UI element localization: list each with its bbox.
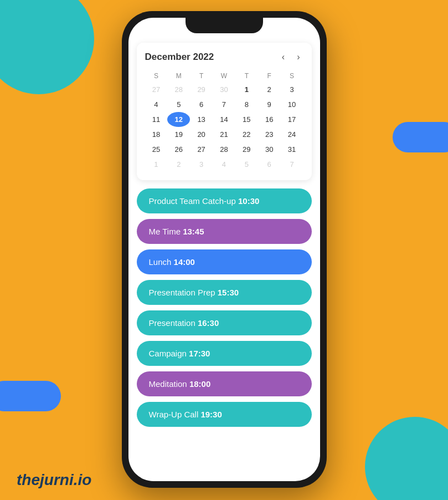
calendar-day-cell[interactable]: 22 xyxy=(235,127,258,142)
calendar-day-cell[interactable]: 11 xyxy=(145,112,168,127)
calendar-day-cell[interactable]: 2 xyxy=(167,157,190,172)
calendar-header: December 2022 ‹ › xyxy=(145,51,303,63)
calendar-day-cell[interactable]: 7 xyxy=(213,97,235,112)
bg-decoration-blue-right xyxy=(393,122,448,152)
calendar-day-cell[interactable]: 23 xyxy=(258,127,281,142)
calendar-day-cell[interactable]: 7 xyxy=(281,157,303,172)
calendar-day-cell[interactable]: 14 xyxy=(213,112,235,127)
calendar-day-cell[interactable]: 17 xyxy=(281,112,303,127)
calendar-day-cell[interactable]: 12 xyxy=(167,112,190,127)
events-list: Product Team Catch-up 10:30Me Time 13:45… xyxy=(128,188,320,438)
event-time: 13:45 xyxy=(183,227,204,236)
calendar-day-cell[interactable]: 19 xyxy=(167,127,190,142)
calendar-day-cell[interactable]: 4 xyxy=(213,157,235,172)
bg-decoration-teal-top-left xyxy=(0,0,94,94)
calendar-day-cell[interactable]: 20 xyxy=(190,127,213,142)
phone-screen: December 2022 ‹ › SMTWTFS 27282930123456… xyxy=(128,18,320,481)
event-item[interactable]: Lunch 14:00 xyxy=(137,249,312,274)
calendar-day-cell[interactable]: 6 xyxy=(258,157,281,172)
calendar-day-cell[interactable]: 30 xyxy=(258,142,281,157)
calendar-day-cell[interactable]: 21 xyxy=(213,127,235,142)
calendar-day-cell[interactable]: 25 xyxy=(145,142,168,157)
phone-outer-shell: December 2022 ‹ › SMTWTFS 27282930123456… xyxy=(122,11,327,488)
calendar-month-title: December 2022 xyxy=(145,52,214,63)
calendar-day-cell[interactable]: 16 xyxy=(258,112,281,127)
calendar-day-cell[interactable]: 5 xyxy=(235,157,258,172)
calendar-day-cell[interactable]: 13 xyxy=(190,112,213,127)
event-time: 19:30 xyxy=(200,410,222,419)
phone-notch xyxy=(186,18,263,33)
calendar-grid: SMTWTFS 27282930123456789101112131415161… xyxy=(145,70,303,172)
calendar-day-header: T xyxy=(190,70,213,82)
calendar-day-cell[interactable]: 8 xyxy=(235,97,258,112)
calendar-day-cell[interactable]: 1 xyxy=(145,157,168,172)
calendar-day-header: S xyxy=(145,70,168,82)
event-item[interactable]: Meditation 18:00 xyxy=(137,371,312,396)
calendar-day-cell[interactable]: 31 xyxy=(281,142,303,157)
bg-decoration-teal-bottom-right xyxy=(365,417,448,500)
calendar-day-cell[interactable]: 10 xyxy=(281,97,303,112)
calendar-day-header: W xyxy=(213,70,235,82)
event-time: 14:00 xyxy=(174,257,195,267)
calendar-next-button[interactable]: › xyxy=(293,51,303,63)
event-time: 16:30 xyxy=(198,318,219,328)
calendar-day-cell[interactable]: 6 xyxy=(190,97,213,112)
calendar-day-cell[interactable]: 15 xyxy=(235,112,258,127)
event-time: 15:30 xyxy=(218,288,239,297)
calendar-day-cell[interactable]: 30 xyxy=(213,82,235,97)
calendar-day-cell[interactable]: 1 xyxy=(235,82,258,97)
brand-name: thejurni.io xyxy=(17,471,91,489)
calendar-day-cell[interactable]: 26 xyxy=(167,142,190,157)
calendar-day-header: F xyxy=(258,70,281,82)
calendar-navigation: ‹ › xyxy=(279,51,303,63)
screen-content: December 2022 ‹ › SMTWTFS 27282930123456… xyxy=(128,18,320,481)
calendar-day-cell[interactable]: 5 xyxy=(167,97,190,112)
calendar-prev-button[interactable]: ‹ xyxy=(279,51,288,63)
calendar-day-cell[interactable]: 9 xyxy=(258,97,281,112)
phone-frame: December 2022 ‹ › SMTWTFS 27282930123456… xyxy=(122,11,327,488)
calendar-day-cell[interactable]: 2 xyxy=(258,82,281,97)
event-item[interactable]: Presentation 16:30 xyxy=(137,310,312,335)
event-item[interactable]: Campaign 17:30 xyxy=(137,341,312,366)
calendar-day-header: M xyxy=(167,70,190,82)
event-time: 18:00 xyxy=(189,379,210,389)
calendar-day-cell[interactable]: 27 xyxy=(145,82,168,97)
calendar-day-header: S xyxy=(281,70,303,82)
event-time: 10:30 xyxy=(238,196,259,206)
calendar-day-cell[interactable]: 3 xyxy=(190,157,213,172)
calendar-day-cell[interactable]: 28 xyxy=(213,142,235,157)
calendar-day-cell[interactable]: 4 xyxy=(145,97,168,112)
bg-decoration-blue-bottom-left xyxy=(0,381,61,411)
event-item[interactable]: Wrap-Up Call 19:30 xyxy=(137,402,312,427)
event-item[interactable]: Presentation Prep 15:30 xyxy=(137,280,312,305)
calendar-day-cell[interactable]: 24 xyxy=(281,127,303,142)
calendar-day-header: T xyxy=(235,70,258,82)
calendar-day-cell[interactable]: 29 xyxy=(235,142,258,157)
event-item[interactable]: Me Time 13:45 xyxy=(137,219,312,244)
event-time: 17:30 xyxy=(189,349,210,358)
calendar-day-cell[interactable]: 27 xyxy=(190,142,213,157)
calendar-day-cell[interactable]: 28 xyxy=(167,82,190,97)
calendar-day-cell[interactable]: 3 xyxy=(281,82,303,97)
calendar-widget: December 2022 ‹ › SMTWTFS 27282930123456… xyxy=(137,43,312,180)
event-item[interactable]: Product Team Catch-up 10:30 xyxy=(137,188,312,213)
calendar-day-cell[interactable]: 29 xyxy=(190,82,213,97)
calendar-day-cell[interactable]: 18 xyxy=(145,127,168,142)
